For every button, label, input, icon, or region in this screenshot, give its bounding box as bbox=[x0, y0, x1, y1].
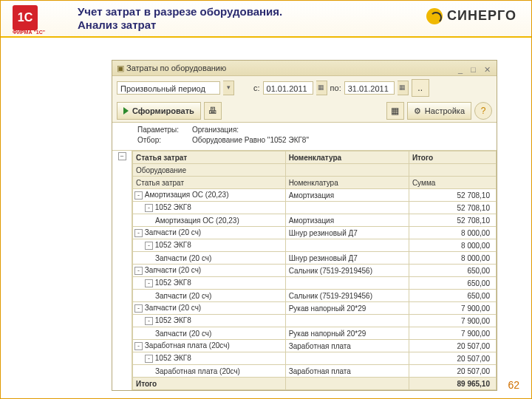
expand-icon[interactable]: - bbox=[145, 242, 153, 250]
table-row[interactable]: - 1052 ЭКГ820 507,00 bbox=[133, 352, 497, 365]
minimize-icon[interactable]: _ bbox=[458, 65, 466, 74]
toolbar: Сформировать 🖶 ▦ ⚙Настройка ? bbox=[112, 100, 497, 122]
restore-icon[interactable]: □ bbox=[471, 65, 479, 74]
slide-title: Учет затрат в разрезе оборудования. Анал… bbox=[78, 5, 282, 32]
gear-icon: ⚙ bbox=[414, 106, 421, 116]
report-params: Параметры:Организация: Отбор:Оборудовани… bbox=[112, 123, 497, 151]
table-header-row: Статья затрат Номенклатура Итого bbox=[133, 151, 497, 164]
form-report-button[interactable]: Сформировать bbox=[117, 102, 201, 120]
print-button[interactable]: 🖶 bbox=[204, 102, 222, 120]
play-icon bbox=[123, 107, 129, 115]
slide-header: ФИРМА "1С" Учет затрат в разрезе оборудо… bbox=[1, 1, 531, 38]
table-row[interactable]: - 1052 ЭКГ88 000,00 bbox=[133, 239, 497, 252]
table-row[interactable]: Запчасти (20 сч)Рукав напорный 20*297 90… bbox=[133, 327, 497, 340]
table-row[interactable]: - 1052 ЭКГ852 708,10 bbox=[133, 202, 497, 214]
table-row[interactable]: - Запчасти (20 сч)Сальник (7519-2919456)… bbox=[133, 265, 497, 277]
report-table: Статья затрат Номенклатура Итого Оборудо… bbox=[132, 151, 497, 390]
calendar-icon[interactable]: ▦ bbox=[316, 81, 327, 95]
close-icon[interactable]: ✕ bbox=[484, 65, 494, 74]
expand-icon[interactable]: - bbox=[145, 204, 153, 212]
expand-icon[interactable]: - bbox=[134, 304, 143, 313]
table-row[interactable]: - Заработная плата (20сч)Заработная плат… bbox=[133, 340, 497, 352]
expand-icon[interactable]: - bbox=[145, 355, 153, 363]
report-window: ▣ Затраты по оборудованию _ □ ✕ Произвол… bbox=[112, 60, 497, 391]
table-row[interactable]: Заработная плата (20сч)Заработная плата2… bbox=[133, 365, 497, 378]
table-subheader-row: Оборудование bbox=[133, 164, 497, 177]
expand-icon[interactable]: - bbox=[145, 317, 153, 325]
total-row: Итого89 965,10 bbox=[133, 378, 497, 390]
table-row[interactable]: Запчасти (20 сч)Сальник (7519-2919456)65… bbox=[133, 290, 497, 302]
help-button[interactable]: ? bbox=[474, 102, 492, 120]
collapse-icon[interactable]: − bbox=[118, 152, 126, 160]
report-area: Параметры:Организация: Отбор:Оборудовани… bbox=[112, 122, 497, 390]
logo-1c: ФИРМА "1С" bbox=[13, 5, 63, 35]
table-row[interactable]: - Амортизация ОС (20,23)Амортизация52 70… bbox=[133, 189, 497, 202]
outline-gutter[interactable]: − bbox=[112, 151, 132, 390]
expand-icon[interactable]: - bbox=[145, 279, 153, 287]
window-title: Затраты по оборудованию bbox=[126, 64, 226, 72]
chevron-down-icon[interactable]: ▾ bbox=[223, 81, 234, 95]
expand-icon[interactable]: - bbox=[134, 229, 143, 237]
table-subheader-row: Статья затратНоменклатураСумма bbox=[133, 177, 497, 189]
settings-button[interactable]: ⚙Настройка bbox=[407, 102, 471, 120]
logo-sinergo: СИНЕРГО bbox=[426, 8, 516, 24]
table-row[interactable]: - 1052 ЭКГ87 900,00 bbox=[133, 315, 497, 327]
period-row: Произвольный период▾ с: 01.01.2011▦ по: … bbox=[112, 76, 497, 100]
date-to-input[interactable]: 31.01.2011 bbox=[344, 81, 395, 95]
period-mode-select[interactable]: Произвольный период bbox=[117, 81, 220, 95]
period-picker-button[interactable]: .. bbox=[412, 79, 429, 97]
window-titlebar: ▣ Затраты по оборудованию _ □ ✕ bbox=[112, 61, 497, 76]
expand-icon[interactable]: - bbox=[134, 342, 143, 350]
table-row[interactable]: - 1052 ЭКГ8650,00 bbox=[133, 277, 497, 290]
to-label: по: bbox=[330, 83, 341, 92]
table-row[interactable]: Амортизация ОС (20,23)Амортизация52 708,… bbox=[133, 214, 497, 227]
from-label: с: bbox=[253, 83, 260, 92]
date-from-input[interactable]: 01.01.2011 bbox=[263, 81, 313, 95]
table-row[interactable]: - Запчасти (20 сч)Шнур резиновый Д78 000… bbox=[133, 227, 497, 239]
table-view-button[interactable]: ▦ bbox=[386, 102, 404, 120]
document-icon: ▣ bbox=[117, 64, 124, 72]
calendar-icon[interactable]: ▦ bbox=[398, 81, 409, 95]
table-row[interactable]: Запчасти (20 сч)Шнур резиновый Д78 000,0… bbox=[133, 252, 497, 265]
expand-icon[interactable]: - bbox=[134, 191, 143, 200]
page-number: 62 bbox=[508, 379, 519, 391]
expand-icon[interactable]: - bbox=[134, 267, 143, 275]
table-row[interactable]: - Запчасти (20 сч)Рукав напорный 20*297 … bbox=[133, 302, 497, 315]
